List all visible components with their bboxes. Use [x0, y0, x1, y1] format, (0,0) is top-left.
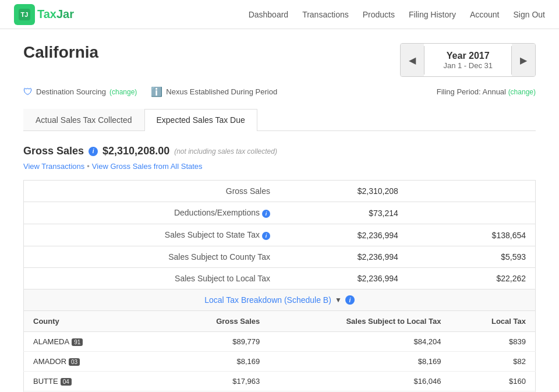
- county-tax: $82: [450, 352, 535, 372]
- nav-account[interactable]: Account: [470, 10, 500, 19]
- date-range: Jan 1 - Dec 31: [443, 61, 493, 70]
- shield-icon: 🛡: [23, 87, 33, 97]
- nav-transactions[interactable]: Transactions: [302, 10, 349, 19]
- county-name: ALAMEDA91: [24, 332, 170, 352]
- row-info-icon[interactable]: i: [262, 232, 270, 240]
- county-badge: 91: [72, 338, 83, 346]
- gross-sales-title: Gross Sales: [23, 145, 84, 157]
- svg-text:TJ: TJ: [21, 11, 29, 18]
- navbar: TJ TaxJar Dashboard Transactions Product…: [0, 0, 559, 29]
- row-label: Sales Subject to County Tax: [24, 246, 280, 268]
- row-tax: $22,262: [408, 268, 536, 289]
- filing-period: Filing Period: Annual (change): [437, 87, 536, 96]
- nav-dashboard[interactable]: Dashboard: [249, 10, 289, 19]
- row-value: $2,236,994: [280, 224, 408, 246]
- county-row: ALAMEDA91$89,779$84,204$839: [24, 332, 536, 352]
- county-table: County Gross Sales Sales Subject to Loca…: [23, 311, 536, 392]
- year-display: Year 2017 Jan 1 - Dec 31: [424, 46, 512, 75]
- breakdown-info-icon[interactable]: i: [345, 295, 355, 305]
- county-name: AMADOR03: [24, 352, 170, 372]
- row-value: $2,236,994: [280, 268, 408, 289]
- breakdown-row: Local Tax Breakdown (Schedule B) ▼ i: [23, 289, 536, 311]
- nav-links: Dashboard Transactions Products Filing H…: [249, 10, 545, 19]
- col-gross-sales: Gross Sales: [169, 311, 269, 332]
- meta-row: 🛡 Destination Sourcing (change) ℹ️ Nexus…: [23, 86, 536, 97]
- table-row: Sales Subject to State Taxi$2,236,994$13…: [24, 224, 536, 246]
- county-gross: $89,779: [169, 332, 269, 352]
- table-row: Deductions/Exemptionsi$73,214: [24, 202, 536, 224]
- header-row: California ◀ Year 2017 Jan 1 - Dec 31 ▶: [23, 43, 536, 77]
- col-subject-local: Sales Subject to Local Tax: [269, 311, 450, 332]
- county-subject: $16,046: [269, 372, 450, 391]
- tab-expected[interactable]: Expected Sales Tax Due: [144, 109, 257, 131]
- sourcing-change-link[interactable]: (change): [109, 88, 137, 96]
- main-content: California ◀ Year 2017 Jan 1 - Dec 31 ▶ …: [0, 29, 559, 392]
- gross-sales-amount: $2,310,208.00: [102, 145, 169, 157]
- row-label: Sales Subject to State Taxi: [24, 224, 280, 246]
- county-name: BUTTE04: [24, 372, 170, 391]
- county-gross: $8,169: [169, 352, 269, 372]
- county-subject: $84,204: [269, 332, 450, 352]
- meta-left: 🛡 Destination Sourcing (change) ℹ️ Nexus…: [23, 86, 277, 97]
- year-label: Year 2017: [443, 51, 493, 61]
- tabs: Actual Sales Tax Collected Expected Sale…: [23, 109, 536, 131]
- view-links: View Transactions • View Gross Sales fro…: [23, 162, 536, 171]
- table-row: Sales Subject to Local Tax$2,236,994$22,…: [24, 268, 536, 289]
- brand: TJ TaxJar: [14, 4, 74, 25]
- view-transactions-link[interactable]: View Transactions: [23, 162, 84, 171]
- link-separator: •: [87, 162, 90, 171]
- county-tax: $160: [450, 372, 535, 391]
- gross-info-icon[interactable]: i: [89, 147, 98, 156]
- info-icon: ℹ️: [151, 86, 162, 97]
- sourcing-info: 🛡 Destination Sourcing (change): [23, 87, 137, 97]
- row-tax: [408, 202, 536, 224]
- row-label: Gross Sales: [24, 181, 280, 202]
- row-tax: $5,593: [408, 246, 536, 268]
- gross-sales-note: (not including sales tax collected): [174, 147, 277, 156]
- brand-logo: TJ: [14, 4, 35, 25]
- row-label: Deductions/Exemptionsi: [24, 202, 280, 224]
- row-value: $2,310,208: [280, 181, 408, 202]
- col-county: County: [24, 311, 170, 332]
- nexus-label: Nexus Established During Period: [166, 87, 277, 96]
- nav-filing-history[interactable]: Filing History: [409, 10, 456, 19]
- row-info-icon[interactable]: i: [262, 210, 270, 218]
- view-gross-states-link[interactable]: View Gross Sales from All States: [92, 162, 203, 171]
- nav-products[interactable]: Products: [363, 10, 395, 19]
- row-tax: [408, 181, 536, 202]
- county-row: BUTTE04$17,963$16,046$160: [24, 372, 536, 391]
- year-navigator: ◀ Year 2017 Jan 1 - Dec 31 ▶: [400, 43, 536, 77]
- row-label: Sales Subject to Local Tax: [24, 268, 280, 289]
- table-row: Gross Sales$2,310,208: [24, 181, 536, 202]
- tab-actual[interactable]: Actual Sales Tax Collected: [23, 109, 144, 130]
- county-row: AMADOR03$8,169$8,169$82: [24, 352, 536, 372]
- row-value: $2,236,994: [280, 246, 408, 268]
- next-year-button[interactable]: ▶: [512, 44, 535, 76]
- county-tax: $839: [450, 332, 535, 352]
- breakdown-label: Local Tax Breakdown (Schedule B): [204, 295, 331, 305]
- brand-name: TaxJar: [37, 8, 74, 21]
- table-row: Sales Subject to County Tax$2,236,994$5,…: [24, 246, 536, 268]
- col-local-tax: Local Tax: [450, 311, 535, 332]
- nexus-info: ℹ️ Nexus Established During Period: [151, 86, 277, 97]
- row-tax: $138,654: [408, 224, 536, 246]
- chevron-down-icon: ▼: [335, 296, 342, 304]
- county-subject: $8,169: [269, 352, 450, 372]
- summary-table: Gross Sales$2,310,208Deductions/Exemptio…: [23, 180, 536, 289]
- county-gross: $17,963: [169, 372, 269, 391]
- prev-year-button[interactable]: ◀: [401, 44, 424, 76]
- sourcing-label: Destination Sourcing: [36, 87, 106, 96]
- county-badge: 04: [61, 378, 72, 386]
- county-badge: 03: [69, 358, 80, 366]
- page-title: California: [23, 43, 98, 62]
- row-value: $73,214: [280, 202, 408, 224]
- filing-change-link[interactable]: (change): [508, 88, 536, 96]
- nav-sign-out[interactable]: Sign Out: [514, 10, 545, 19]
- gross-sales-header: Gross Sales i $2,310,208.00 (not includi…: [23, 145, 536, 157]
- breakdown-toggle[interactable]: Local Tax Breakdown (Schedule B) ▼ i: [204, 295, 355, 305]
